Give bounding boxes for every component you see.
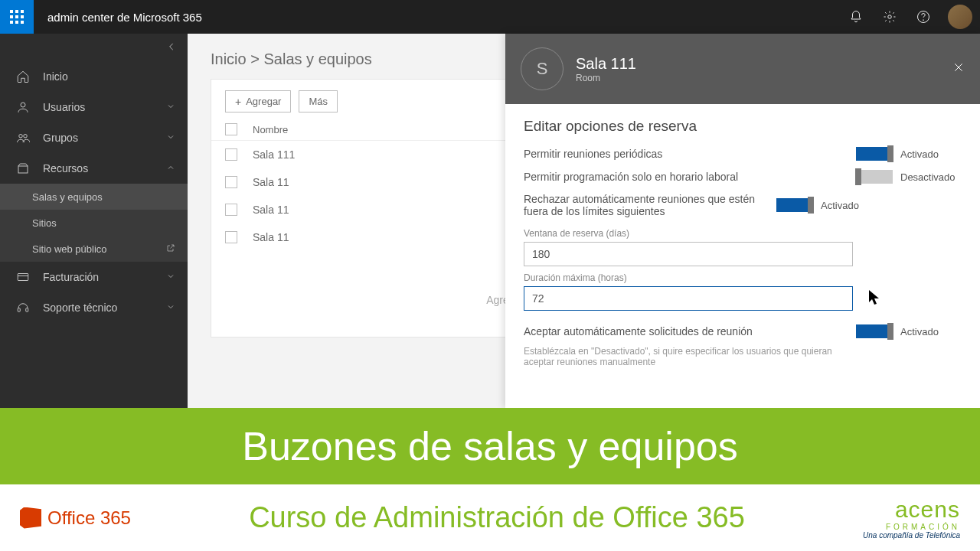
row-checkbox[interactable]	[225, 231, 237, 243]
bell-icon	[849, 10, 863, 24]
svg-point-12	[21, 103, 25, 107]
external-link-icon	[162, 243, 175, 255]
office-icon	[20, 507, 41, 529]
opt-periodic-label: Permitir reuniones periódicas	[524, 148, 856, 160]
svg-rect-16	[18, 274, 28, 281]
nav-salas-equipos[interactable]: Salas y equipos	[0, 184, 188, 210]
chevron-down-icon	[166, 101, 175, 113]
svg-point-14	[24, 135, 28, 139]
billing-icon	[15, 270, 31, 284]
panel-heading: Editar opciones de reserva	[524, 118, 962, 135]
svg-rect-0	[10, 10, 13, 13]
office365-logo: Office 365	[20, 507, 131, 529]
toggle-reject[interactable]	[776, 198, 813, 212]
svg-rect-1	[15, 10, 18, 13]
chevron-down-icon	[166, 302, 175, 314]
svg-rect-7	[15, 21, 18, 24]
panel-title: Sala 111	[576, 55, 636, 73]
chevron-left-icon	[166, 41, 177, 52]
groups-icon	[15, 131, 31, 145]
detail-panel: S Sala 111 Room Editar opciones de reser…	[505, 34, 980, 408]
svg-point-11	[923, 20, 924, 21]
row-checkbox[interactable]	[225, 148, 237, 161]
home-icon	[15, 70, 31, 83]
footer-banner: Buzones de salas y equipos Office 365 Cu…	[0, 408, 980, 551]
chevron-up-icon	[166, 162, 175, 174]
sidebar: Inicio Usuarios Grupos Recursos Salas y …	[0, 34, 188, 408]
help-button[interactable]	[906, 0, 940, 34]
settings-button[interactable]	[873, 0, 906, 34]
booking-window-label: Ventana de reserva (días)	[524, 228, 962, 239]
svg-rect-6	[10, 21, 13, 24]
svg-rect-5	[21, 15, 24, 18]
nav-inicio[interactable]: Inicio	[0, 61, 188, 92]
panel-subtitle: Room	[576, 73, 636, 83]
opt-reject-label: Rechazar automáticamente reuniones que e…	[524, 193, 776, 217]
plus-icon: +	[235, 96, 241, 107]
help-icon	[916, 10, 930, 24]
nav-soporte[interactable]: Soporte técnico	[0, 292, 188, 323]
svg-rect-2	[21, 10, 24, 13]
col-name: Nombre	[253, 124, 288, 135]
svg-rect-8	[21, 21, 24, 24]
chevron-down-icon	[166, 132, 175, 144]
row-checkbox[interactable]	[225, 204, 237, 216]
sidebar-collapse[interactable]	[166, 41, 177, 54]
nav-facturacion[interactable]: Facturación	[0, 262, 188, 292]
max-duration-label: Duración máxima (horas)	[524, 272, 962, 283]
autoaccept-hint: Establézcala en "Desactivado", si quire …	[524, 346, 853, 367]
svg-rect-3	[10, 15, 13, 18]
panel-close[interactable]	[952, 61, 965, 77]
select-all-checkbox[interactable]	[225, 123, 237, 135]
panel-avatar: S	[521, 47, 564, 90]
svg-point-13	[19, 135, 23, 139]
course-title: Curso de Administración de Office 365	[154, 501, 840, 534]
nav-usuarios[interactable]: Usuarios	[0, 92, 188, 122]
gear-icon	[883, 10, 897, 24]
row-checkbox[interactable]	[225, 176, 237, 188]
toggle-autoaccept[interactable]	[856, 324, 893, 338]
nav-sitios[interactable]: Sitios	[0, 210, 188, 236]
toggle-workinghours[interactable]	[856, 170, 893, 184]
nav-sitio-publico[interactable]: Sitio web público	[0, 236, 188, 262]
nav-grupos[interactable]: Grupos	[0, 122, 188, 153]
notifications-button[interactable]	[839, 0, 873, 34]
opt-workinghours-label: Permitir programación solo en horario la…	[524, 171, 856, 183]
topbar: admin center de Microsoft 365	[0, 0, 980, 34]
nav-recursos[interactable]: Recursos	[0, 153, 188, 184]
banner-title: Buzones de salas y equipos	[0, 408, 980, 484]
max-duration-input[interactable]	[524, 286, 853, 311]
add-button[interactable]: +Agregar	[225, 90, 291, 112]
breadcrumb-current: Salas y equipos	[264, 51, 372, 67]
waffle-icon	[10, 10, 24, 24]
support-icon	[15, 301, 31, 315]
svg-rect-15	[18, 166, 28, 173]
user-icon	[15, 100, 31, 114]
breadcrumb-home[interactable]: Inicio	[211, 51, 247, 67]
svg-point-9	[888, 15, 892, 19]
app-title: admin center de Microsoft 365	[34, 11, 839, 24]
close-icon	[952, 61, 965, 73]
app-launcher[interactable]	[0, 0, 34, 34]
toggle-periodic[interactable]	[856, 147, 893, 161]
svg-rect-4	[15, 15, 18, 18]
opt-autoaccept-label: Aceptar automáticamente solicitudes de r…	[524, 325, 856, 337]
user-avatar[interactable]	[948, 5, 972, 29]
chevron-down-icon	[166, 271, 175, 283]
more-button[interactable]: Más	[299, 90, 338, 112]
booking-window-input[interactable]	[524, 242, 853, 266]
acens-logo: acens FORMACIÓN Una compañía de Telefóni…	[863, 497, 960, 540]
svg-rect-17	[18, 308, 20, 312]
svg-rect-18	[26, 308, 28, 312]
resources-icon	[15, 161, 31, 175]
